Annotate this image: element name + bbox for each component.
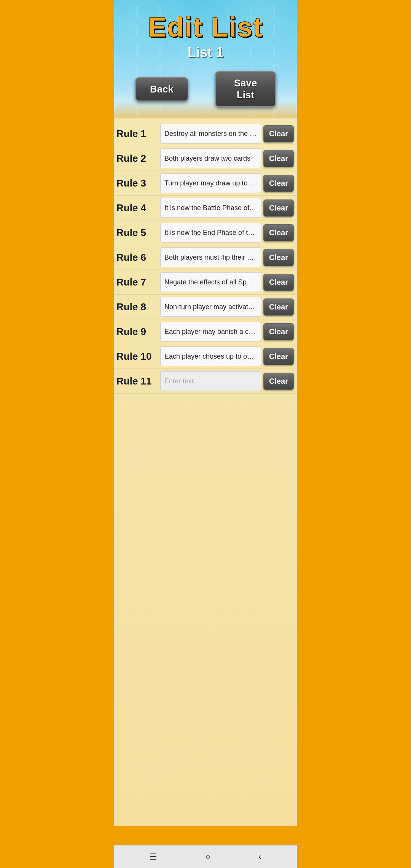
- save-label-line1: Save: [234, 77, 257, 89]
- action-buttons: Back Save List: [114, 67, 297, 115]
- menu-nav-icon[interactable]: ☰: [142, 849, 165, 865]
- rule-label: Rule 4: [116, 202, 160, 214]
- rule-input[interactable]: [160, 346, 261, 366]
- rule-input[interactable]: [160, 371, 261, 391]
- table-row: Rule 7Clear: [114, 270, 297, 295]
- clear-button[interactable]: Clear: [263, 274, 294, 291]
- clear-button[interactable]: Clear: [263, 125, 294, 142]
- clear-button[interactable]: Clear: [263, 224, 294, 241]
- screen: Edit List List 1 Back Save List Rule 1Cl…: [114, 0, 297, 868]
- table-row: Rule 4Clear: [114, 196, 297, 220]
- clear-button[interactable]: Clear: [263, 249, 294, 266]
- table-row: Rule 6Clear: [114, 245, 297, 270]
- back-nav-icon[interactable]: ‹: [251, 849, 269, 865]
- rule-label: Rule 9: [116, 326, 160, 338]
- table-row: Rule 3Clear: [114, 171, 297, 196]
- rule-label: Rule 7: [116, 276, 160, 288]
- list-name: List 1: [114, 45, 297, 67]
- rule-input[interactable]: [160, 272, 261, 292]
- rule-input[interactable]: [160, 297, 261, 317]
- rule-label: Rule 1: [116, 128, 160, 140]
- table-row: Rule 2Clear: [114, 146, 297, 171]
- save-list-button[interactable]: Save List: [215, 71, 276, 107]
- table-row: Rule 10Clear: [114, 344, 297, 369]
- rule-label: Rule 10: [116, 351, 160, 362]
- clear-button[interactable]: Clear: [263, 298, 294, 316]
- table-row: Rule 11Clear: [114, 369, 297, 394]
- header: Edit List List 1 Back Save List: [114, 0, 297, 118]
- bottom-nav: ☰ ○ ‹: [114, 845, 297, 868]
- clear-button[interactable]: Clear: [263, 175, 294, 192]
- rule-input[interactable]: [160, 148, 261, 168]
- rule-input[interactable]: [160, 198, 261, 218]
- rule-input[interactable]: [160, 322, 261, 341]
- clear-button[interactable]: Clear: [263, 323, 294, 340]
- rule-label: Rule 11: [116, 375, 160, 387]
- rule-input[interactable]: [160, 124, 261, 144]
- page-title: Edit List: [114, 0, 297, 45]
- clear-button[interactable]: Clear: [263, 373, 294, 390]
- table-row: Rule 5Clear: [114, 220, 297, 245]
- back-button[interactable]: Back: [135, 77, 188, 101]
- save-label-line2: List: [237, 89, 254, 101]
- rules-list: Rule 1ClearRule 2ClearRule 3ClearRule 4C…: [114, 118, 297, 826]
- rule-label: Rule 2: [116, 153, 160, 164]
- table-row: Rule 9Clear: [114, 319, 297, 344]
- clear-button[interactable]: Clear: [263, 199, 294, 217]
- rule-input[interactable]: [160, 247, 261, 267]
- table-row: Rule 8Clear: [114, 295, 297, 319]
- home-nav-icon[interactable]: ○: [198, 849, 218, 865]
- clear-button[interactable]: Clear: [263, 348, 294, 365]
- rule-label: Rule 6: [116, 252, 160, 263]
- table-row: Rule 1Clear: [114, 121, 297, 146]
- clear-button[interactable]: Clear: [263, 150, 294, 167]
- rule-label: Rule 3: [116, 177, 160, 189]
- rule-input[interactable]: [160, 173, 261, 193]
- rule-label: Rule 5: [116, 227, 160, 239]
- orange-bar: [114, 826, 297, 845]
- rule-label: Rule 8: [116, 301, 160, 313]
- rule-input[interactable]: [160, 223, 261, 243]
